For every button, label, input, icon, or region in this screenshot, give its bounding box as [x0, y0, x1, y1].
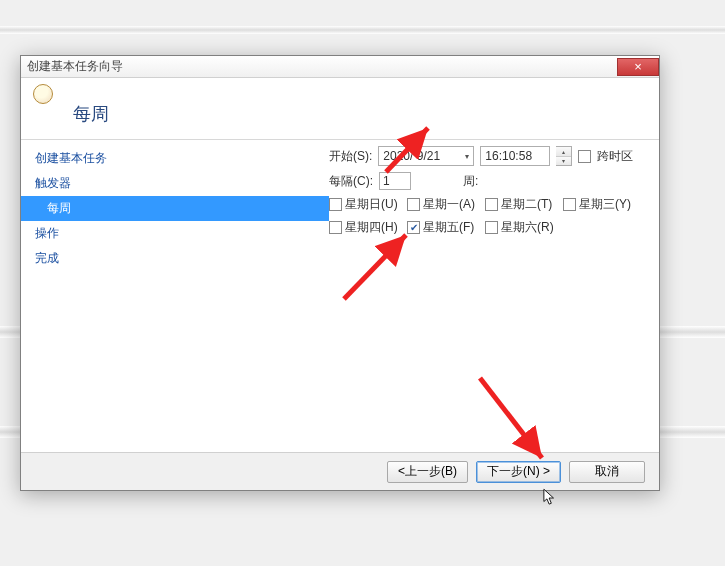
day-tue-checkbox[interactable] — [485, 198, 498, 211]
day-wed-label: 星期三(Y) — [579, 196, 631, 213]
next-button[interactable]: 下一步(N) > — [476, 461, 561, 483]
day-wed-checkbox[interactable] — [563, 198, 576, 211]
titlebar: 创建基本任务向导 × — [21, 56, 659, 78]
day-tue-label: 星期二(T) — [501, 196, 552, 213]
chevron-down-icon: ▾ — [465, 152, 469, 161]
nav-create-task[interactable]: 创建基本任务 — [21, 146, 329, 171]
day-sun-label: 星期日(U) — [345, 196, 398, 213]
day-thu-label: 星期四(H) — [345, 219, 398, 236]
day-thu-checkbox[interactable] — [329, 221, 342, 234]
recur-weeks-input[interactable]: 1 — [379, 172, 411, 190]
start-label: 开始(S): — [329, 148, 372, 165]
task-wizard-dialog: 创建基本任务向导 × 每周 创建基本任务 触发器 每周 操作 完成 开始(S):… — [20, 55, 660, 491]
dialog-footer: <上一步(B) 下一步(N) > 取消 — [21, 452, 659, 490]
nav-weekly[interactable]: 每周 — [21, 196, 329, 221]
schedule-icon — [33, 84, 53, 104]
day-mon-label: 星期一(A) — [423, 196, 475, 213]
wizard-nav: 创建基本任务 触发器 每周 操作 完成 — [21, 140, 329, 450]
start-date-value: 2020/ 9/21 — [383, 149, 440, 163]
start-date-picker[interactable]: 2020/ 9/21 ▾ — [378, 146, 474, 166]
cancel-button[interactable]: 取消 — [569, 461, 645, 483]
back-button[interactable]: <上一步(B) — [387, 461, 468, 483]
mouse-cursor-icon — [543, 488, 557, 508]
wizard-content: 开始(S): 2020/ 9/21 ▾ 16:10:58 ▴ ▾ 跨时区 每隔(… — [329, 140, 659, 450]
spinner-up-icon[interactable]: ▴ — [556, 147, 571, 157]
nav-action[interactable]: 操作 — [21, 221, 329, 246]
day-sun-checkbox[interactable] — [329, 198, 342, 211]
day-sat-label: 星期六(R) — [501, 219, 554, 236]
nav-finish[interactable]: 完成 — [21, 246, 329, 271]
time-spinner[interactable]: ▴ ▾ — [556, 146, 572, 166]
recur-label: 每隔(C): — [329, 173, 373, 190]
recur-value: 1 — [383, 174, 390, 188]
cross-timezone-checkbox[interactable] — [578, 150, 591, 163]
cross-timezone-label: 跨时区 — [597, 148, 633, 165]
start-time-field[interactable]: 16:10:58 — [480, 146, 550, 166]
nav-trigger[interactable]: 触发器 — [21, 171, 329, 196]
day-sat-checkbox[interactable] — [485, 221, 498, 234]
spinner-down-icon[interactable]: ▾ — [556, 157, 571, 166]
start-time-value: 16:10:58 — [485, 149, 532, 163]
dialog-title: 创建基本任务向导 — [27, 58, 123, 75]
dialog-header: 每周 — [21, 78, 659, 140]
day-mon-checkbox[interactable] — [407, 198, 420, 211]
close-button[interactable]: × — [617, 58, 659, 76]
page-title: 每周 — [73, 102, 109, 126]
recur-unit-label: 周: — [463, 173, 478, 190]
day-fri-checkbox[interactable]: ✔ — [407, 221, 420, 234]
day-fri-label: 星期五(F) — [423, 219, 474, 236]
